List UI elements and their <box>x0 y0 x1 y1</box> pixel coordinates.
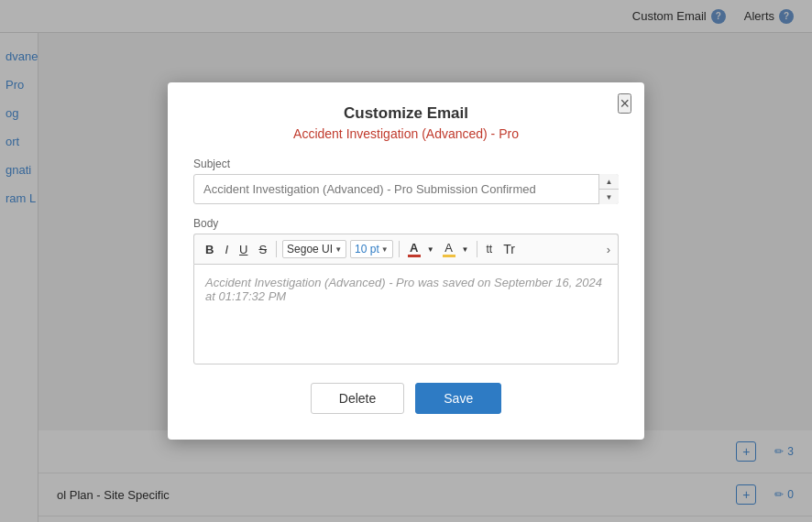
font-color-letter: A <box>410 242 418 254</box>
toolbar-divider-2 <box>399 241 400 257</box>
modal-subtitle: Accident Investigation (Advanced) - Pro <box>193 126 619 141</box>
highlight-bar <box>443 255 455 257</box>
underline-button[interactable]: U <box>236 240 251 259</box>
subscript-button[interactable]: tt <box>483 240 497 258</box>
modal-title: Customize Email <box>193 104 619 123</box>
editor-toolbar: B I U S Segoe UI ▼ 10 pt ▼ A <box>193 234 619 264</box>
font-color-group: A ▼ <box>405 240 436 259</box>
toolbar-divider-3 <box>477 241 477 257</box>
modal-close-button[interactable]: × <box>618 93 631 114</box>
editor-area[interactable]: Accident Investigation (Advanced) - Pro … <box>193 264 619 364</box>
highlight-button[interactable]: A <box>440 240 458 259</box>
highlight-letter: A <box>444 242 453 254</box>
modal-overlay: × Customize Email Accident Investigation… <box>0 0 812 522</box>
font-family-value: Segoe UI <box>287 243 333 256</box>
italic-button[interactable]: I <box>221 240 232 259</box>
highlight-group: A ▼ <box>440 240 471 259</box>
font-color-arrow[interactable]: ▼ <box>425 245 436 255</box>
body-section: Body B I U S Segoe UI ▼ 10 pt ▼ <box>193 217 619 364</box>
editor-placeholder: Accident Investigation (Advanced) - Pro … <box>205 276 602 303</box>
modal-actions: Delete Save <box>193 383 619 414</box>
body-label: Body <box>193 217 619 230</box>
save-button[interactable]: Save <box>415 383 501 414</box>
strikethrough-button[interactable]: S <box>255 240 270 259</box>
font-size-dropdown[interactable]: 10 pt ▼ <box>350 240 393 258</box>
scroll-up-arrow[interactable]: ▲ <box>599 174 619 190</box>
subject-scroll-arrows: ▲ ▼ <box>598 174 619 204</box>
font-family-arrow: ▼ <box>335 245 342 254</box>
toolbar-divider-1 <box>276 241 277 257</box>
customize-email-modal: × Customize Email Accident Investigation… <box>168 82 644 440</box>
font-size-arrow: ▼ <box>381 245 389 254</box>
highlight-arrow[interactable]: ▼ <box>460 245 471 255</box>
bold-button[interactable]: B <box>202 240 217 259</box>
font-color-button[interactable]: A <box>405 240 423 259</box>
delete-button[interactable]: Delete <box>311 383 404 414</box>
font-color-bar <box>408 255 421 257</box>
subject-label: Subject <box>193 158 619 170</box>
font-size-value: 10 pt <box>355 243 379 256</box>
subject-input[interactable] <box>193 174 619 204</box>
font-family-dropdown[interactable]: Segoe UI ▼ <box>282 240 346 258</box>
superscript-button[interactable]: Tr <box>499 239 519 259</box>
toolbar-more-button[interactable]: › <box>607 243 610 256</box>
subject-input-wrapper: ▲ ▼ <box>193 174 619 204</box>
scroll-down-arrow[interactable]: ▼ <box>599 190 619 204</box>
